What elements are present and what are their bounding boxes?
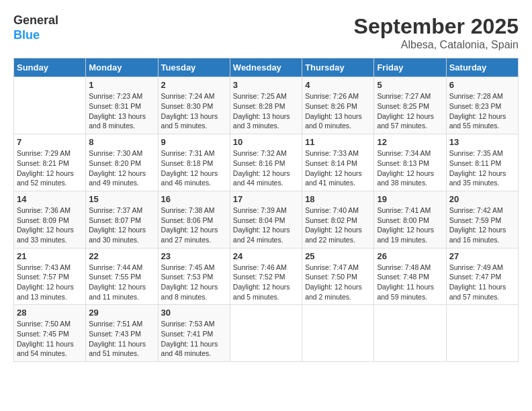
calendar-cell: 12Sunrise: 7:34 AMSunset: 8:13 PMDayligh… [374, 134, 446, 191]
day-number: 8 [89, 137, 154, 147]
day-info: Sunrise: 7:35 AMSunset: 8:11 PMDaylight:… [449, 148, 515, 188]
calendar-cell: 24Sunrise: 7:46 AMSunset: 7:52 PMDayligh… [230, 248, 302, 305]
calendar-cell: 20Sunrise: 7:42 AMSunset: 7:59 PMDayligh… [446, 191, 518, 248]
logo-general-text: General [13, 13, 58, 28]
day-number: 29 [89, 308, 154, 318]
day-info: Sunrise: 7:25 AMSunset: 8:28 PMDaylight:… [233, 91, 299, 131]
day-info: Sunrise: 7:41 AMSunset: 8:00 PMDaylight:… [377, 205, 443, 245]
day-number: 12 [377, 137, 443, 147]
day-info: Sunrise: 7:50 AMSunset: 7:45 PMDaylight:… [17, 319, 83, 359]
column-header-saturday: Saturday [446, 58, 518, 77]
day-info: Sunrise: 7:51 AMSunset: 7:43 PMDaylight:… [89, 319, 154, 359]
day-number: 4 [305, 80, 371, 90]
day-info: Sunrise: 7:36 AMSunset: 8:09 PMDaylight:… [17, 205, 83, 245]
calendar-cell: 11Sunrise: 7:33 AMSunset: 8:14 PMDayligh… [302, 134, 374, 191]
day-number: 18 [305, 194, 371, 204]
calendar-cell: 9Sunrise: 7:31 AMSunset: 8:18 PMDaylight… [158, 134, 230, 191]
day-info: Sunrise: 7:33 AMSunset: 8:14 PMDaylight:… [305, 148, 371, 188]
day-info: Sunrise: 7:37 AMSunset: 8:07 PMDaylight:… [89, 205, 154, 245]
day-number: 5 [377, 80, 443, 90]
day-info: Sunrise: 7:26 AMSunset: 8:26 PMDaylight:… [305, 91, 371, 131]
day-info: Sunrise: 7:30 AMSunset: 8:20 PMDaylight:… [89, 148, 154, 188]
day-number: 22 [89, 251, 154, 261]
calendar-cell: 10Sunrise: 7:32 AMSunset: 8:16 PMDayligh… [230, 134, 302, 191]
day-number: 25 [305, 251, 371, 261]
calendar-cell: 13Sunrise: 7:35 AMSunset: 8:11 PMDayligh… [446, 134, 518, 191]
day-number: 1 [89, 80, 154, 90]
calendar-cell: 8Sunrise: 7:30 AMSunset: 8:20 PMDaylight… [86, 134, 158, 191]
day-info: Sunrise: 7:47 AMSunset: 7:50 PMDaylight:… [305, 263, 371, 302]
day-info: Sunrise: 7:46 AMSunset: 7:52 PMDaylight:… [233, 263, 299, 302]
day-number: 24 [233, 251, 299, 261]
day-info: Sunrise: 7:38 AMSunset: 8:06 PMDaylight:… [161, 205, 227, 245]
calendar-cell: 18Sunrise: 7:40 AMSunset: 8:02 PMDayligh… [302, 191, 374, 248]
calendar-cell: 28Sunrise: 7:50 AMSunset: 7:45 PMDayligh… [14, 305, 86, 362]
calendar-cell: 23Sunrise: 7:45 AMSunset: 7:53 PMDayligh… [158, 248, 230, 305]
column-header-wednesday: Wednesday [230, 58, 302, 77]
day-info: Sunrise: 7:42 AMSunset: 7:59 PMDaylight:… [449, 205, 515, 245]
page-header: General Blue September 2025 Albesa, Cata… [13, 13, 519, 51]
column-header-thursday: Thursday [302, 58, 374, 77]
calendar-cell: 2Sunrise: 7:24 AMSunset: 8:30 PMDaylight… [158, 77, 230, 134]
calendar-cell: 26Sunrise: 7:48 AMSunset: 7:48 PMDayligh… [374, 248, 446, 305]
calendar-cell: 15Sunrise: 7:37 AMSunset: 8:07 PMDayligh… [86, 191, 158, 248]
calendar-cell: 1Sunrise: 7:23 AMSunset: 8:31 PMDaylight… [86, 77, 158, 134]
calendar-cell: 14Sunrise: 7:36 AMSunset: 8:09 PMDayligh… [14, 191, 86, 248]
day-number: 11 [305, 137, 371, 147]
calendar-cell: 17Sunrise: 7:39 AMSunset: 8:04 PMDayligh… [230, 191, 302, 248]
day-number: 21 [17, 251, 83, 261]
day-info: Sunrise: 7:34 AMSunset: 8:13 PMDaylight:… [377, 148, 443, 188]
day-info: Sunrise: 7:32 AMSunset: 8:16 PMDaylight:… [233, 148, 299, 188]
day-info: Sunrise: 7:24 AMSunset: 8:30 PMDaylight:… [161, 91, 227, 131]
calendar-cell: 30Sunrise: 7:53 AMSunset: 7:41 PMDayligh… [158, 305, 230, 362]
calendar-cell: 6Sunrise: 7:28 AMSunset: 8:23 PMDaylight… [446, 77, 518, 134]
day-info: Sunrise: 7:40 AMSunset: 8:02 PMDaylight:… [305, 205, 371, 245]
column-header-monday: Monday [86, 58, 158, 77]
day-number: 9 [161, 137, 227, 147]
calendar-cell: 27Sunrise: 7:49 AMSunset: 7:47 PMDayligh… [446, 248, 518, 305]
column-header-tuesday: Tuesday [158, 58, 230, 77]
day-info: Sunrise: 7:45 AMSunset: 7:53 PMDaylight:… [161, 263, 227, 302]
column-header-sunday: Sunday [14, 58, 86, 77]
day-number: 23 [161, 251, 227, 261]
calendar-cell: 25Sunrise: 7:47 AMSunset: 7:50 PMDayligh… [302, 248, 374, 305]
calendar-cell [302, 305, 374, 362]
page-subtitle: Albesa, Catalonia, Spain [354, 39, 519, 51]
logo-blue-text: Blue [13, 28, 40, 43]
logo: General Blue [13, 13, 58, 42]
week-row-2: 7Sunrise: 7:29 AMSunset: 8:21 PMDaylight… [14, 134, 519, 191]
calendar-cell: 4Sunrise: 7:26 AMSunset: 8:26 PMDaylight… [302, 77, 374, 134]
calendar-cell: 16Sunrise: 7:38 AMSunset: 8:06 PMDayligh… [158, 191, 230, 248]
calendar-cell [14, 77, 86, 134]
day-info: Sunrise: 7:44 AMSunset: 7:55 PMDaylight:… [89, 263, 154, 302]
day-number: 19 [377, 194, 443, 204]
week-row-3: 14Sunrise: 7:36 AMSunset: 8:09 PMDayligh… [14, 191, 519, 248]
day-info: Sunrise: 7:29 AMSunset: 8:21 PMDaylight:… [17, 148, 83, 188]
day-info: Sunrise: 7:48 AMSunset: 7:48 PMDaylight:… [377, 263, 443, 302]
page-title: September 2025 [354, 13, 519, 39]
day-number: 20 [449, 194, 515, 204]
day-info: Sunrise: 7:49 AMSunset: 7:47 PMDaylight:… [449, 263, 515, 302]
calendar-cell [374, 305, 446, 362]
day-number: 28 [17, 308, 83, 318]
day-number: 13 [449, 137, 515, 147]
week-row-1: 1Sunrise: 7:23 AMSunset: 8:31 PMDaylight… [14, 77, 519, 134]
day-number: 2 [161, 80, 227, 90]
calendar-cell: 5Sunrise: 7:27 AMSunset: 8:25 PMDaylight… [374, 77, 446, 134]
week-row-4: 21Sunrise: 7:43 AMSunset: 7:57 PMDayligh… [14, 248, 519, 305]
calendar-cell: 29Sunrise: 7:51 AMSunset: 7:43 PMDayligh… [86, 305, 158, 362]
day-number: 7 [17, 137, 83, 147]
day-number: 30 [161, 308, 227, 318]
calendar-cell [230, 305, 302, 362]
calendar-cell: 19Sunrise: 7:41 AMSunset: 8:00 PMDayligh… [374, 191, 446, 248]
column-header-friday: Friday [374, 58, 446, 77]
calendar-cell: 22Sunrise: 7:44 AMSunset: 7:55 PMDayligh… [86, 248, 158, 305]
calendar-cell: 21Sunrise: 7:43 AMSunset: 7:57 PMDayligh… [14, 248, 86, 305]
day-number: 27 [449, 251, 515, 261]
day-info: Sunrise: 7:31 AMSunset: 8:18 PMDaylight:… [161, 148, 227, 188]
day-info: Sunrise: 7:43 AMSunset: 7:57 PMDaylight:… [17, 263, 83, 302]
calendar-cell: 3Sunrise: 7:25 AMSunset: 8:28 PMDaylight… [230, 77, 302, 134]
day-info: Sunrise: 7:53 AMSunset: 7:41 PMDaylight:… [161, 319, 227, 359]
day-number: 10 [233, 137, 299, 147]
calendar-header-row: SundayMondayTuesdayWednesdayThursdayFrid… [14, 58, 519, 77]
